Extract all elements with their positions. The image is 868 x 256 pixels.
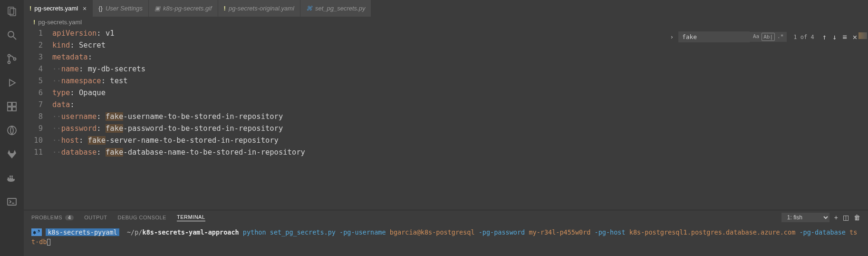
panel-tab-debug-console[interactable]: DEBUG CONSOLE bbox=[117, 215, 166, 220]
flag: -pg-host bbox=[595, 228, 626, 236]
find-case-toggle[interactable]: Aa bbox=[752, 33, 761, 41]
breadcrumb[interactable]: ! pg-secrets.yaml bbox=[24, 17, 868, 28]
tab-k8s-pg-secrets-gif[interactable]: ▣k8s-pg-secrets.gif bbox=[149, 0, 218, 17]
docker-icon[interactable] bbox=[5, 171, 19, 185]
find-input[interactable] bbox=[678, 31, 750, 42]
flag: -pg-password bbox=[479, 228, 525, 236]
editor[interactable]: 1234567891011 apiVersion: v1kind: Secret… bbox=[24, 28, 868, 210]
panel-tab-label: TERMINAL bbox=[177, 214, 205, 220]
panel: PROBLEMS4OUTPUTDEBUG CONSOLETERMINAL 1: … bbox=[24, 210, 868, 256]
svg-rect-18 bbox=[8, 198, 16, 205]
flag-value: bgarcia@k8s-postgresql bbox=[390, 228, 475, 236]
terminal-select[interactable]: 1: fish bbox=[781, 213, 829, 222]
liveshare-icon[interactable] bbox=[5, 124, 19, 137]
tab-pg-secrets-original-yaml[interactable]: !pg-secrets-original.yaml bbox=[218, 0, 300, 17]
panel-tab-output[interactable]: OUTPUT bbox=[84, 215, 107, 220]
find-expand-icon[interactable]: › bbox=[668, 34, 675, 40]
panel-tab-label: OUTPUT bbox=[84, 215, 107, 220]
svg-point-6 bbox=[14, 58, 16, 60]
terminal-icon[interactable] bbox=[5, 195, 19, 208]
breadcrumb-text: pg-secrets.yaml bbox=[38, 19, 82, 26]
tab-set_pg_secrets-py[interactable]: ⌘set_pg_secrets.py bbox=[300, 0, 372, 17]
image-icon: ▣ bbox=[154, 5, 160, 12]
svg-rect-10 bbox=[8, 107, 11, 111]
svg-rect-11 bbox=[12, 107, 16, 111]
find-word-toggle[interactable]: Ab| bbox=[762, 33, 775, 41]
command: python bbox=[243, 228, 266, 236]
tab-label: set_pg_secrets.py bbox=[315, 5, 366, 12]
script: set_pg_secrets.py bbox=[270, 228, 336, 236]
gitlab-icon[interactable] bbox=[5, 148, 19, 161]
find-close-icon[interactable]: ✕ bbox=[851, 33, 858, 41]
panel-tab-label: PROBLEMS bbox=[31, 215, 62, 220]
tab-label: pg-secrets-original.yaml bbox=[229, 5, 294, 12]
debug-icon[interactable] bbox=[5, 76, 19, 89]
path-folder: k8s-secrets-yaml-approach bbox=[143, 228, 239, 236]
cursor bbox=[47, 239, 50, 246]
flag-value: my-r34l-p455w0rd bbox=[529, 228, 590, 236]
svg-rect-13 bbox=[8, 177, 9, 179]
trash-icon[interactable]: 🗑 bbox=[854, 214, 860, 221]
panel-tabs: PROBLEMS4OUTPUTDEBUG CONSOLETERMINAL 1: … bbox=[24, 210, 868, 225]
svg-line-3 bbox=[13, 37, 16, 39]
svg-rect-15 bbox=[11, 177, 13, 179]
close-icon[interactable]: × bbox=[83, 5, 87, 12]
main-area: !pg-secrets.yaml×{}User Settings▣k8s-pg-… bbox=[24, 0, 868, 256]
panel-tab-terminal[interactable]: TERMINAL bbox=[177, 214, 205, 221]
k8s-badge: ⎈³ bbox=[31, 228, 42, 236]
svg-point-5 bbox=[8, 61, 10, 64]
tab-label: User Settings bbox=[106, 5, 143, 12]
yaml-icon: ! bbox=[33, 19, 35, 26]
json-icon: {} bbox=[98, 5, 103, 12]
split-terminal-icon[interactable]: ◫ bbox=[843, 214, 849, 221]
flag-value: k8s-postgresql1.postgres.database.azure.… bbox=[629, 228, 796, 236]
yaml-icon: ! bbox=[224, 5, 226, 12]
new-terminal-icon[interactable]: + bbox=[834, 214, 838, 221]
tab-bar: !pg-secrets.yaml×{}User Settings▣k8s-pg-… bbox=[24, 0, 868, 17]
svg-point-2 bbox=[8, 31, 14, 37]
flag: -pg-username bbox=[339, 228, 386, 236]
yaml-icon: ! bbox=[29, 5, 31, 12]
find-next-icon[interactable]: ↓ bbox=[831, 33, 838, 41]
flag: -pg-database bbox=[799, 228, 846, 236]
tab-pg-secrets-yaml[interactable]: !pg-secrets.yaml× bbox=[24, 0, 93, 17]
extensions-icon[interactable] bbox=[5, 100, 19, 113]
svg-rect-16 bbox=[10, 176, 11, 177]
find-prev-icon[interactable]: ↑ bbox=[821, 33, 828, 41]
tab-label: k8s-pg-secrets.gif bbox=[163, 5, 212, 12]
find-widget: › Aa Ab| .* 1 of 4 ↑ ↓ ≡ ✕ bbox=[668, 31, 858, 42]
path-prefix: ~/p/ bbox=[123, 228, 143, 236]
svg-rect-9 bbox=[12, 102, 16, 106]
panel-tab-problems[interactable]: PROBLEMS4 bbox=[31, 215, 74, 220]
svg-rect-14 bbox=[10, 177, 11, 179]
svg-rect-8 bbox=[8, 102, 11, 106]
search-icon[interactable] bbox=[5, 29, 19, 42]
terminal[interactable]: ⎈³ k8s-secrets-pyyaml ~/p/k8s-secrets-ya… bbox=[24, 225, 868, 256]
gutter: 1234567891011 bbox=[24, 28, 52, 210]
explorer-icon[interactable] bbox=[5, 5, 19, 18]
scm-icon[interactable] bbox=[5, 52, 19, 66]
activity-bar bbox=[0, 0, 24, 256]
tab-user-settings[interactable]: {}User Settings bbox=[93, 0, 149, 17]
venv-name: k8s-secrets-pyyaml bbox=[46, 228, 119, 236]
tab-label: pg-secrets.yaml bbox=[34, 5, 78, 12]
panel-tab-label: DEBUG CONSOLE bbox=[117, 215, 166, 220]
svg-marker-7 bbox=[10, 79, 15, 86]
code-area[interactable]: apiVersion: v1kind: Secretmetadata:··nam… bbox=[52, 28, 868, 210]
python-icon: ⌘ bbox=[306, 5, 312, 12]
find-regex-toggle[interactable]: .* bbox=[776, 33, 785, 41]
find-count: 1 of 4 bbox=[793, 34, 814, 40]
svg-point-4 bbox=[8, 55, 10, 57]
find-selection-icon[interactable]: ≡ bbox=[841, 33, 848, 41]
svg-point-12 bbox=[8, 126, 16, 135]
svg-rect-17 bbox=[11, 176, 13, 177]
badge: 4 bbox=[65, 215, 74, 220]
